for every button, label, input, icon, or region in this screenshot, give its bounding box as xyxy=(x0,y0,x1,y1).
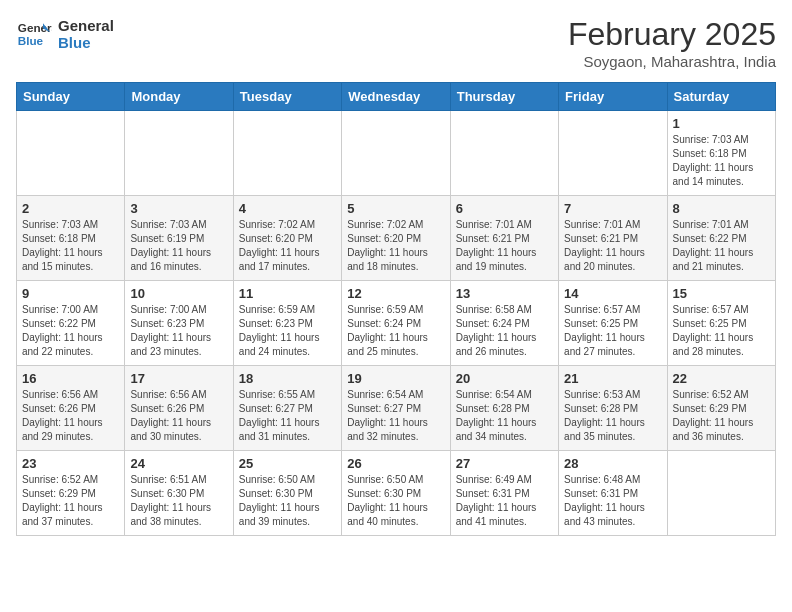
day-of-week-header: Friday xyxy=(559,83,667,111)
day-of-week-header: Thursday xyxy=(450,83,558,111)
day-info: Sunrise: 6:57 AM Sunset: 6:25 PM Dayligh… xyxy=(564,303,661,359)
page-header: General Blue GeneralBlue February 2025 S… xyxy=(16,16,776,70)
day-info: Sunrise: 7:02 AM Sunset: 6:20 PM Dayligh… xyxy=(239,218,336,274)
day-of-week-header: Tuesday xyxy=(233,83,341,111)
calendar-cell: 28Sunrise: 6:48 AM Sunset: 6:31 PM Dayli… xyxy=(559,451,667,536)
calendar-cell: 11Sunrise: 6:59 AM Sunset: 6:23 PM Dayli… xyxy=(233,281,341,366)
location-title: Soygaon, Maharashtra, India xyxy=(568,53,776,70)
day-number: 28 xyxy=(564,456,661,471)
calendar-cell: 13Sunrise: 6:58 AM Sunset: 6:24 PM Dayli… xyxy=(450,281,558,366)
day-info: Sunrise: 7:01 AM Sunset: 6:21 PM Dayligh… xyxy=(456,218,553,274)
day-number: 16 xyxy=(22,371,119,386)
calendar-cell: 17Sunrise: 6:56 AM Sunset: 6:26 PM Dayli… xyxy=(125,366,233,451)
day-info: Sunrise: 6:53 AM Sunset: 6:28 PM Dayligh… xyxy=(564,388,661,444)
logo-text: GeneralBlue xyxy=(58,17,114,51)
day-info: Sunrise: 6:54 AM Sunset: 6:27 PM Dayligh… xyxy=(347,388,444,444)
calendar-cell: 19Sunrise: 6:54 AM Sunset: 6:27 PM Dayli… xyxy=(342,366,450,451)
day-number: 5 xyxy=(347,201,444,216)
calendar-cell xyxy=(559,111,667,196)
day-number: 24 xyxy=(130,456,227,471)
day-number: 27 xyxy=(456,456,553,471)
calendar-cell: 6Sunrise: 7:01 AM Sunset: 6:21 PM Daylig… xyxy=(450,196,558,281)
calendar-cell xyxy=(17,111,125,196)
calendar-cell: 26Sunrise: 6:50 AM Sunset: 6:30 PM Dayli… xyxy=(342,451,450,536)
day-info: Sunrise: 6:48 AM Sunset: 6:31 PM Dayligh… xyxy=(564,473,661,529)
day-info: Sunrise: 6:59 AM Sunset: 6:23 PM Dayligh… xyxy=(239,303,336,359)
calendar-cell: 3Sunrise: 7:03 AM Sunset: 6:19 PM Daylig… xyxy=(125,196,233,281)
calendar-cell: 12Sunrise: 6:59 AM Sunset: 6:24 PM Dayli… xyxy=(342,281,450,366)
day-of-week-header: Monday xyxy=(125,83,233,111)
calendar-cell: 5Sunrise: 7:02 AM Sunset: 6:20 PM Daylig… xyxy=(342,196,450,281)
day-info: Sunrise: 7:03 AM Sunset: 6:18 PM Dayligh… xyxy=(673,133,770,189)
day-info: Sunrise: 6:57 AM Sunset: 6:25 PM Dayligh… xyxy=(673,303,770,359)
day-info: Sunrise: 6:56 AM Sunset: 6:26 PM Dayligh… xyxy=(130,388,227,444)
day-info: Sunrise: 6:50 AM Sunset: 6:30 PM Dayligh… xyxy=(347,473,444,529)
calendar-cell: 20Sunrise: 6:54 AM Sunset: 6:28 PM Dayli… xyxy=(450,366,558,451)
calendar-cell xyxy=(667,451,775,536)
calendar-cell: 15Sunrise: 6:57 AM Sunset: 6:25 PM Dayli… xyxy=(667,281,775,366)
day-of-week-header: Saturday xyxy=(667,83,775,111)
calendar-cell: 7Sunrise: 7:01 AM Sunset: 6:21 PM Daylig… xyxy=(559,196,667,281)
svg-text:Blue: Blue xyxy=(18,34,44,47)
day-number: 6 xyxy=(456,201,553,216)
day-number: 25 xyxy=(239,456,336,471)
day-number: 13 xyxy=(456,286,553,301)
svg-text:General: General xyxy=(18,21,52,34)
day-number: 26 xyxy=(347,456,444,471)
calendar-week-row: 23Sunrise: 6:52 AM Sunset: 6:29 PM Dayli… xyxy=(17,451,776,536)
calendar-cell: 25Sunrise: 6:50 AM Sunset: 6:30 PM Dayli… xyxy=(233,451,341,536)
day-number: 7 xyxy=(564,201,661,216)
day-info: Sunrise: 7:03 AM Sunset: 6:18 PM Dayligh… xyxy=(22,218,119,274)
calendar-cell: 23Sunrise: 6:52 AM Sunset: 6:29 PM Dayli… xyxy=(17,451,125,536)
calendar-cell xyxy=(342,111,450,196)
day-number: 19 xyxy=(347,371,444,386)
month-title: February 2025 xyxy=(568,16,776,53)
calendar-cell xyxy=(233,111,341,196)
calendar-cell: 1Sunrise: 7:03 AM Sunset: 6:18 PM Daylig… xyxy=(667,111,775,196)
calendar-header-row: SundayMondayTuesdayWednesdayThursdayFrid… xyxy=(17,83,776,111)
calendar-cell: 9Sunrise: 7:00 AM Sunset: 6:22 PM Daylig… xyxy=(17,281,125,366)
logo-icon: General Blue xyxy=(16,16,52,52)
calendar-week-row: 1Sunrise: 7:03 AM Sunset: 6:18 PM Daylig… xyxy=(17,111,776,196)
day-number: 1 xyxy=(673,116,770,131)
calendar-cell: 21Sunrise: 6:53 AM Sunset: 6:28 PM Dayli… xyxy=(559,366,667,451)
calendar-week-row: 9Sunrise: 7:00 AM Sunset: 6:22 PM Daylig… xyxy=(17,281,776,366)
day-number: 21 xyxy=(564,371,661,386)
day-info: Sunrise: 7:00 AM Sunset: 6:23 PM Dayligh… xyxy=(130,303,227,359)
day-info: Sunrise: 7:01 AM Sunset: 6:21 PM Dayligh… xyxy=(564,218,661,274)
calendar-cell: 14Sunrise: 6:57 AM Sunset: 6:25 PM Dayli… xyxy=(559,281,667,366)
calendar-cell: 22Sunrise: 6:52 AM Sunset: 6:29 PM Dayli… xyxy=(667,366,775,451)
day-number: 22 xyxy=(673,371,770,386)
day-info: Sunrise: 7:02 AM Sunset: 6:20 PM Dayligh… xyxy=(347,218,444,274)
day-number: 18 xyxy=(239,371,336,386)
day-number: 8 xyxy=(673,201,770,216)
day-number: 12 xyxy=(347,286,444,301)
day-info: Sunrise: 6:58 AM Sunset: 6:24 PM Dayligh… xyxy=(456,303,553,359)
day-number: 3 xyxy=(130,201,227,216)
calendar-cell: 18Sunrise: 6:55 AM Sunset: 6:27 PM Dayli… xyxy=(233,366,341,451)
day-of-week-header: Sunday xyxy=(17,83,125,111)
day-info: Sunrise: 6:52 AM Sunset: 6:29 PM Dayligh… xyxy=(673,388,770,444)
calendar-cell: 24Sunrise: 6:51 AM Sunset: 6:30 PM Dayli… xyxy=(125,451,233,536)
day-number: 10 xyxy=(130,286,227,301)
day-info: Sunrise: 7:00 AM Sunset: 6:22 PM Dayligh… xyxy=(22,303,119,359)
day-number: 15 xyxy=(673,286,770,301)
logo: General Blue GeneralBlue xyxy=(16,16,114,52)
day-info: Sunrise: 6:54 AM Sunset: 6:28 PM Dayligh… xyxy=(456,388,553,444)
day-number: 2 xyxy=(22,201,119,216)
day-number: 9 xyxy=(22,286,119,301)
day-number: 11 xyxy=(239,286,336,301)
day-info: Sunrise: 6:52 AM Sunset: 6:29 PM Dayligh… xyxy=(22,473,119,529)
day-info: Sunrise: 6:49 AM Sunset: 6:31 PM Dayligh… xyxy=(456,473,553,529)
day-info: Sunrise: 6:56 AM Sunset: 6:26 PM Dayligh… xyxy=(22,388,119,444)
calendar-cell: 8Sunrise: 7:01 AM Sunset: 6:22 PM Daylig… xyxy=(667,196,775,281)
day-info: Sunrise: 6:59 AM Sunset: 6:24 PM Dayligh… xyxy=(347,303,444,359)
day-info: Sunrise: 6:51 AM Sunset: 6:30 PM Dayligh… xyxy=(130,473,227,529)
day-info: Sunrise: 7:03 AM Sunset: 6:19 PM Dayligh… xyxy=(130,218,227,274)
calendar-cell xyxy=(125,111,233,196)
title-block: February 2025 Soygaon, Maharashtra, Indi… xyxy=(568,16,776,70)
calendar-cell: 10Sunrise: 7:00 AM Sunset: 6:23 PM Dayli… xyxy=(125,281,233,366)
day-number: 20 xyxy=(456,371,553,386)
calendar-week-row: 2Sunrise: 7:03 AM Sunset: 6:18 PM Daylig… xyxy=(17,196,776,281)
day-number: 23 xyxy=(22,456,119,471)
